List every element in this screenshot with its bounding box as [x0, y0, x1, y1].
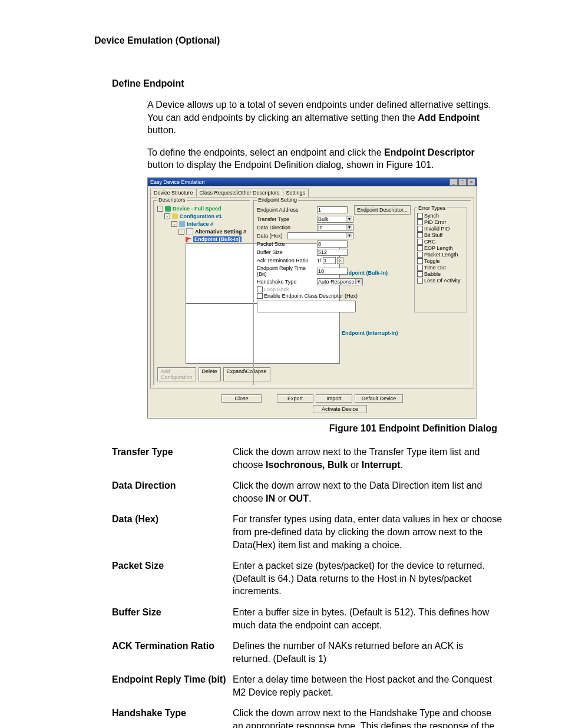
definition-row: Data DirectionClick the down arrow next … [112, 479, 503, 505]
tab-device-structure[interactable]: Device Structure [150, 189, 197, 197]
export-button[interactable]: Export [277, 394, 313, 403]
text: button. [147, 125, 176, 135]
error-types-group: Error Types SynchPID ErrorInvalid PIDBit… [414, 205, 467, 312]
definition-row: Transfer TypeClick the down arrow next t… [112, 446, 503, 471]
error-label: Babble [424, 271, 441, 278]
interface-icon [179, 221, 185, 227]
tree-node-endpoint-1[interactable]: Endpoint (Bulk-In) [193, 236, 242, 243]
error-checkbox[interactable] [417, 219, 423, 225]
import-button[interactable]: Import [316, 394, 352, 403]
handshake-type-select[interactable]: Auto Response▾ [317, 278, 363, 285]
label-ack-termination-ratio: Ack Termination Ratio [257, 258, 316, 263]
atr-spinner-button[interactable]: › [337, 257, 343, 264]
buffer-size-input[interactable] [317, 249, 348, 256]
bold-endpoint-descriptor: Endpoint Descriptor [384, 147, 475, 157]
group-title: Error Types [417, 205, 447, 211]
tree-node-alt[interactable]: Alternative Setting # [195, 228, 246, 236]
error-checkbox[interactable] [417, 278, 423, 284]
error-type-item: Invalid PID [417, 226, 464, 232]
add-configuration-button[interactable]: Add Configuration [157, 367, 196, 381]
tab-settings[interactable]: Settings [283, 189, 309, 197]
close-dialog-button[interactable]: Close [222, 394, 262, 403]
tab-strip: Device Structure Class Requests\Other De… [148, 186, 477, 197]
error-label: Toggle [424, 258, 440, 265]
error-type-item: Synch [417, 213, 464, 219]
ack-termination-ratio-input[interactable] [323, 257, 336, 264]
definition-row: Endpoint Reply Time (bit)Enter a delay t… [112, 673, 503, 699]
error-checkbox[interactable] [417, 226, 423, 232]
text: button to display the Endpoint Definitio… [147, 160, 434, 170]
dialog-easy-device-emulation: Easy Device Emulation _ □ × Device Struc… [147, 177, 477, 419]
config-icon [172, 213, 178, 219]
tree-toggle-icon[interactable]: - [171, 221, 177, 227]
endpoint-address-input[interactable] [317, 206, 348, 213]
error-label: Synch [424, 213, 439, 219]
transfer-type-select[interactable]: Bulk▾ [317, 216, 353, 223]
tree-node-interface[interactable]: Interface # [187, 220, 213, 228]
label-data-direction: Data Direction [257, 225, 316, 230]
figure-caption: Figure 101 Endpoint Definition Dialog [94, 423, 497, 434]
error-label: Loss Of Activity [424, 278, 461, 284]
chevron-down-icon: ▾ [346, 233, 352, 238]
chevron-down-icon: ▾ [346, 225, 352, 230]
error-checkbox[interactable] [417, 271, 423, 277]
error-type-item: Loss Of Activity [417, 278, 464, 284]
error-label: Bit Stuff [424, 232, 442, 239]
endpoint-descriptor-button[interactable]: Endpoint Descriptor... [354, 205, 411, 215]
error-type-item: Bit Stuff [417, 232, 464, 239]
error-checkbox[interactable] [417, 213, 423, 219]
section-header: Device Emulation (Optional) [94, 35, 503, 46]
data-direction-select[interactable]: In▾ [317, 224, 353, 231]
error-type-item: Babble [417, 271, 464, 278]
descriptors-group: Descriptors -Device - Full Speed -Config… [153, 200, 250, 386]
error-label: Time Out [424, 265, 446, 271]
error-type-item: Packet Length [417, 252, 464, 258]
error-checkbox[interactable] [417, 265, 423, 271]
tree-toggle-icon[interactable]: - [157, 206, 163, 212]
error-checkbox[interactable] [417, 232, 423, 238]
tree-toggle-icon[interactable]: - [178, 229, 184, 235]
class-descriptor-input[interactable] [257, 301, 356, 312]
label-endpoint-address: Endpoint Address [257, 207, 316, 213]
label-data-hex: Data (Hex) [257, 233, 286, 239]
label-enable-class-descriptor: Enable Endpoint Class Descriptor (Hex) [264, 293, 358, 299]
group-title: Endpoint Setting [257, 197, 298, 203]
label-transfer-type: Transfer Type [257, 216, 316, 222]
enable-class-descriptor-checkbox[interactable] [257, 293, 263, 299]
definition-row: Buffer SizeEnter a buffer size in bytes.… [112, 606, 503, 631]
tab-class-requests[interactable]: Class Requests\Other Descriptors [196, 189, 283, 197]
definition-term: Handshake Type [112, 707, 233, 720]
data-hex-select[interactable]: ▾ [287, 232, 353, 239]
endpoint-reply-time-input[interactable] [317, 268, 348, 275]
minimize-button[interactable]: _ [449, 179, 458, 186]
definition-term: Data Direction [112, 479, 233, 492]
error-type-item: Toggle [417, 258, 464, 265]
label-endpoint-reply-time: Endpoint Reply Time (Bit) [257, 265, 316, 277]
packet-size-input[interactable] [317, 241, 348, 248]
definition-term: Data (Hex) [112, 513, 233, 526]
definition-term: Transfer Type [112, 446, 233, 459]
tree-node-config[interactable]: Configuration #1 [180, 213, 222, 220]
loopback-checkbox[interactable] [257, 286, 263, 292]
error-checkbox[interactable] [417, 239, 423, 245]
titlebar: Easy Device Emulation _ □ × [148, 178, 477, 186]
error-checkbox[interactable] [417, 258, 423, 264]
delete-button[interactable]: Delete [199, 367, 221, 381]
group-title: Descriptors [157, 197, 187, 203]
definition-description: Click the down arrow next to the Handsha… [233, 707, 503, 728]
close-button[interactable]: × [467, 179, 475, 186]
tree[interactable]: -Device - Full Speed -Configuration #1 -… [157, 205, 246, 364]
definitions-table: Transfer TypeClick the down arrow next t… [112, 446, 503, 728]
error-checkbox[interactable] [417, 252, 423, 258]
maximize-button[interactable]: □ [458, 179, 467, 186]
tree-node-device[interactable]: Device - Full Speed [173, 205, 222, 213]
error-checkbox[interactable] [417, 245, 423, 251]
activate-device-button[interactable]: Activate Device [313, 405, 367, 413]
definition-description: For transfer types using data, enter dat… [233, 513, 503, 551]
default-device-button[interactable]: Default Device [355, 394, 403, 403]
definition-description: Enter a buffer size in bytes. (Default i… [233, 606, 503, 631]
intro-paragraph-1: A Device allows up to a total of seven e… [147, 98, 503, 137]
tree-toggle-icon[interactable]: - [164, 213, 170, 219]
definition-term: Endpoint Reply Time (bit) [112, 673, 233, 686]
label-loopback: Loop Back [264, 286, 289, 293]
